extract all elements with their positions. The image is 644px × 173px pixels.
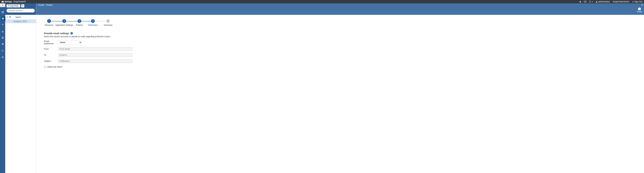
attach-report-checkbox[interactable] xyxy=(44,66,46,68)
search-clusters-input[interactable] xyxy=(6,9,35,12)
nav-settings[interactable] xyxy=(0,48,6,53)
wizard-connector xyxy=(93,21,108,21)
left-panel-header: PostgreSQL xyxy=(5,3,36,15)
user-label: administrator xyxy=(598,0,610,3)
email-pref-select[interactable]: Never xyxy=(58,41,82,44)
form-title-row: Provide email settings i xyxy=(44,32,138,35)
chart-icon xyxy=(2,30,4,32)
cluster-row-label: postgres_5432 xyxy=(14,20,27,22)
plugin-label: PostgreSQL xyxy=(6,4,20,7)
wizard-label: Resource xyxy=(45,24,53,26)
svg-point-8 xyxy=(2,43,2,44)
from-input[interactable] xyxy=(58,47,132,51)
caret-down-icon xyxy=(22,5,24,6)
svg-rect-11 xyxy=(639,9,640,10)
bell-icon xyxy=(579,1,581,3)
label-to: To xyxy=(44,54,58,56)
help-menu[interactable]: ? xyxy=(589,1,593,3)
column-name: Name xyxy=(16,16,21,18)
alert-icon xyxy=(2,56,4,58)
topbar-right: ? administrator SnapCenterAdmin Sign Out xyxy=(579,0,642,3)
row-email-pref: Email preference Never xyxy=(44,40,138,45)
nav-alerts[interactable] xyxy=(0,55,6,59)
to-input[interactable] xyxy=(58,53,132,57)
svg-text:?: ? xyxy=(590,1,590,2)
wizard-bubble: 2 xyxy=(62,19,66,23)
nav-monitor[interactable] xyxy=(0,23,6,27)
brand: NetApp SnapCenter® xyxy=(2,0,26,3)
nav-dashboard[interactable] xyxy=(0,10,6,14)
user-icon xyxy=(596,1,598,3)
info-icon xyxy=(638,7,641,10)
attach-report-row[interactable]: Attach job report xyxy=(44,66,138,68)
flag-icon xyxy=(9,16,11,18)
expand-nav-button[interactable] xyxy=(0,3,5,7)
form-subtitle: Select the service accounts or people to… xyxy=(44,35,138,38)
row-from: From xyxy=(44,47,138,51)
info-bar: Details xyxy=(36,7,644,15)
wizard-connector xyxy=(49,21,64,21)
info-icon[interactable]: i xyxy=(70,32,73,34)
wizard-bubble: 3 xyxy=(78,19,81,23)
wizard-bubble: 1 xyxy=(47,19,51,23)
main: Cluster - Protect ✕ Details 1 Resource 2 xyxy=(36,3,644,173)
user-menu[interactable]: administrator xyxy=(596,0,610,3)
wizard-step-policies[interactable]: 3 Policies xyxy=(74,19,84,26)
form-title: Provide email settings xyxy=(44,32,69,35)
svg-point-12 xyxy=(639,8,640,8)
label-email-pref: Email preference xyxy=(44,40,58,45)
wizard-connector xyxy=(64,21,80,21)
details-button[interactable]: Details xyxy=(637,7,642,13)
plugin-dropdown-button[interactable] xyxy=(21,4,24,7)
subject-input[interactable] xyxy=(58,59,132,63)
wizard-step-appsettings[interactable]: 2 Application Settings xyxy=(54,19,74,26)
label-subject: Subject xyxy=(44,60,58,62)
attach-report-label: Attach job report xyxy=(47,66,62,68)
shield-check-icon xyxy=(2,17,4,20)
wizard-step-notification[interactable]: 4 Notification xyxy=(84,19,101,26)
nav-hosts[interactable] xyxy=(0,36,6,40)
sort-icon xyxy=(7,16,9,18)
sign-out-button[interactable]: Sign Out xyxy=(632,0,642,3)
sign-out-icon xyxy=(632,1,634,3)
left-panel: PostgreSQL Name postgres_5432 xyxy=(5,3,36,173)
svg-rect-2 xyxy=(2,1,3,2)
storage-icon xyxy=(2,43,4,45)
label-from: From xyxy=(44,48,58,50)
hosts-icon xyxy=(2,36,4,39)
left-panel-columns: Name xyxy=(5,15,36,19)
mail-icon xyxy=(584,1,586,2)
row-subject: Subject xyxy=(44,59,138,63)
nav-rail xyxy=(0,3,5,173)
wizard-label: Application Settings xyxy=(55,24,73,26)
cluster-row[interactable]: postgres_5432 xyxy=(5,19,36,23)
brand-company: NetApp xyxy=(5,0,12,3)
role-label[interactable]: SnapCenterAdmin xyxy=(613,0,629,3)
top-bar: NetApp SnapCenter® ? administrator SnapC… xyxy=(0,0,644,3)
wizard: 1 Resource 2 Application Settings 3 Poli… xyxy=(44,19,644,26)
nav-storage[interactable] xyxy=(0,42,6,46)
sort-buttons[interactable] xyxy=(7,16,11,18)
close-button[interactable]: ✕ xyxy=(641,3,643,6)
svg-rect-1 xyxy=(3,1,4,3)
wizard-step-summary[interactable]: 5 Summary xyxy=(101,19,115,26)
chevron-right-icon xyxy=(2,4,4,6)
wizard-label: Notification xyxy=(88,24,98,26)
email-settings-form: Provide email settings i Select the serv… xyxy=(44,32,138,68)
wizard-bubble: 5 xyxy=(106,19,110,23)
grid-icon xyxy=(2,11,4,13)
content: 1 Resource 2 Application Settings 3 Poli… xyxy=(36,15,644,68)
wizard-bubble: 4 xyxy=(91,19,95,23)
details-label: Details xyxy=(637,11,642,13)
messages-button[interactable] xyxy=(584,1,586,2)
wizard-connector xyxy=(80,21,93,21)
sliders-icon xyxy=(2,49,4,52)
wizard-step-resource[interactable]: 1 Resource xyxy=(44,19,54,26)
wizard-label: Summary xyxy=(104,24,112,26)
breadcrumb: Cluster - Protect xyxy=(38,4,52,6)
caret-down-icon xyxy=(592,1,593,2)
nav-resources[interactable] xyxy=(0,16,6,20)
gauge-icon xyxy=(2,24,4,26)
nav-reports[interactable] xyxy=(0,29,6,33)
notifications-button[interactable] xyxy=(579,1,581,3)
